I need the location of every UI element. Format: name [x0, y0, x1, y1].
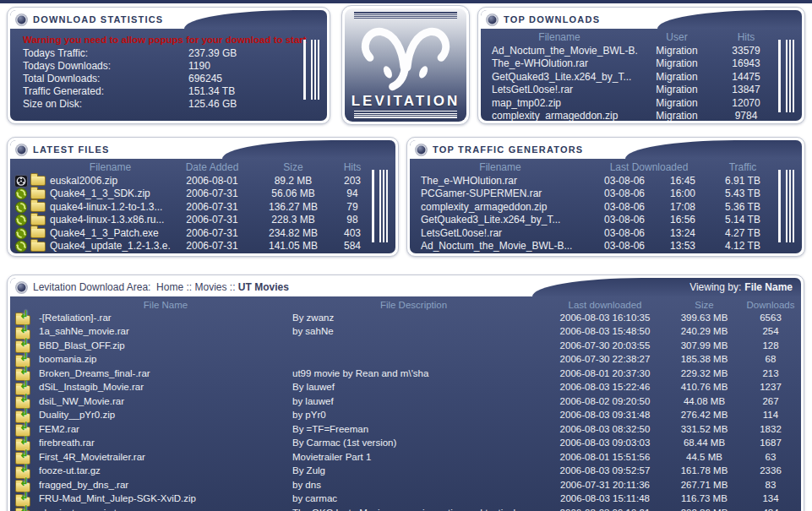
- file-link[interactable]: GetQuaked3_Lite.x264_by_T...: [410, 214, 591, 227]
- file-link[interactable]: The_e-WHOlution.rar: [410, 175, 591, 188]
- file-link[interactable]: First_4R_Movietrailer.rar: [39, 451, 292, 464]
- panel-toggle-button[interactable]: [16, 14, 27, 25]
- viewing-by-value[interactable]: File Name: [744, 281, 793, 293]
- column-header-file-name[interactable]: File Name: [39, 298, 292, 312]
- panel-toggle-button[interactable]: [416, 144, 427, 155]
- user-cell: Migration: [638, 45, 716, 58]
- file-link[interactable]: The_e-WHOlution.rar: [481, 57, 638, 71]
- column-header-file-description[interactable]: File Description: [292, 298, 542, 312]
- file-link[interactable]: dSiL_Instagib_Movie.rar: [39, 381, 292, 394]
- file-link[interactable]: LetsGetL0ose!.rar: [481, 84, 638, 97]
- file-link[interactable]: boomania.zip: [39, 353, 292, 366]
- table-row: fooze-ut.tar.gz By Zulg 2006-08-03 09:52…: [10, 465, 801, 478]
- column-header-last-downloaded: Last Downloaded: [591, 161, 707, 175]
- file-link[interactable]: 1a_sahNe_movie.rar: [39, 325, 292, 338]
- last-downloaded-date-cell: 03-08-06: [591, 227, 658, 241]
- size-cell: 229.32 MB: [668, 367, 740, 380]
- file-link[interactable]: map_tmp02.zip: [481, 97, 638, 111]
- table-row: GetQuaked3_Lite.x264_by_T... Migration 1…: [481, 71, 777, 84]
- download-statistics-header: DOWNLOAD STATISTICS: [10, 10, 327, 29]
- table-row: BBD_Blast_OFF.zip 2006-07-30 20:03:55 30…: [10, 340, 801, 353]
- folder-icon[interactable]: [30, 242, 46, 252]
- breadcrumb-movies[interactable]: Movies: [194, 281, 226, 293]
- folder-icon[interactable]: [30, 202, 46, 212]
- column-header-last-downloaded[interactable]: Last downloaded: [542, 298, 668, 312]
- panel-title: LATEST FILES: [33, 144, 110, 155]
- levitation-logo-panel[interactable]: LEVITATION: [341, 5, 470, 125]
- hits-cell: 79: [333, 201, 372, 215]
- file-link[interactable]: Quake4_1_3_Patch.exe: [50, 227, 171, 241]
- size-cell: 240.29 MB: [668, 325, 740, 338]
- file-link[interactable]: complexity_armageddon.zip: [481, 110, 638, 121]
- file-link[interactable]: Broken_Dreams_final-.rar: [39, 367, 292, 380]
- stat-row: Traffic Generated: 151.34 TB: [10, 85, 297, 98]
- pinstripe-decoration: [354, 12, 457, 19]
- panel-toggle-button[interactable]: [487, 14, 498, 25]
- file-link[interactable]: Quake4_1_3_SDK.zip: [50, 188, 171, 201]
- file-link[interactable]: fooze-ut.tar.gz: [39, 465, 292, 477]
- file-link[interactable]: firebreath.rar: [39, 437, 292, 449]
- table-row: euskal2006.zip 2006-08-01 89.2 MB 203: [10, 175, 372, 188]
- file-link[interactable]: complexity_armageddon.zip: [410, 201, 591, 215]
- file-link[interactable]: -[Retaliation]-.rar: [39, 312, 292, 324]
- folder-icon[interactable]: [30, 189, 46, 199]
- downloads-cell: 134: [740, 492, 801, 505]
- page-top-strip: [0, 0, 812, 3]
- size-cell: 185.38 MB: [668, 353, 740, 366]
- file-link[interactable]: Ad_Noctum_the_Movie_BWL-B...: [410, 240, 591, 253]
- hits-cell: 203: [333, 175, 372, 188]
- last-downloaded-date-cell: 03-08-06: [591, 240, 658, 253]
- file-link[interactable]: gkc_insta_movie.tar.gz: [39, 507, 292, 511]
- swoosh-decoration: [184, 10, 327, 29]
- file-link[interactable]: Quake4_update_1.2-1.3.e...: [50, 240, 171, 253]
- swoosh-decoration: [657, 10, 802, 29]
- downloads-cell: 83: [740, 479, 801, 492]
- file-link[interactable]: fragged_by_dns_.rar: [39, 479, 292, 492]
- column-header-traffic: Traffic: [707, 161, 778, 175]
- column-header-downloads[interactable]: Downloads: [740, 298, 801, 312]
- last-downloaded-date-cell: 03-08-06: [591, 175, 658, 188]
- top-traffic-generators-panel: TOP TRAFFIC GENERATORS Filename Last Dow…: [406, 137, 805, 257]
- file-link[interactable]: quake4-linux-1.3.x86.ru...: [50, 214, 171, 227]
- download-statistics-panel: DOWNLOAD STATISTICS Warning you need to …: [7, 7, 330, 124]
- date-added-cell: 2006-07-31: [171, 240, 253, 253]
- column-header-size[interactable]: Size: [668, 298, 740, 312]
- file-link[interactable]: FEM2.rar: [39, 423, 292, 436]
- traffic-cell: 5.43 TB: [707, 188, 778, 201]
- breadcrumb-current: UT Movies: [238, 281, 289, 293]
- file-link[interactable]: Duality__pYr0.zip: [39, 409, 292, 421]
- table-row: The_e-WHOlution.rar Migration 16943: [481, 57, 777, 71]
- refresh-icon: [14, 240, 28, 253]
- folder-icon[interactable]: [30, 215, 46, 226]
- last-downloaded-cell: 2006-08-03 09:52:57: [542, 465, 668, 477]
- pinstripe-decoration: [303, 40, 319, 100]
- table-row: complexity_armageddon.zip Migration 9784: [481, 110, 777, 121]
- stat-value: 1190: [188, 60, 297, 73]
- file-link[interactable]: euskal2006.zip: [50, 175, 171, 188]
- panel-toggle-button[interactable]: [16, 282, 27, 293]
- stat-row: Todays Downloads: 1190: [10, 60, 297, 73]
- table-row: FEM2.rar By =TF=Freeman 2006-08-03 08:32…: [10, 423, 801, 437]
- panel-toggle-button[interactable]: [16, 144, 27, 155]
- file-link[interactable]: dsiL_NW_Movie.rar: [39, 395, 292, 408]
- table-row: 1a_sahNe_movie.rar by sahNe 2006-08-03 1…: [10, 325, 801, 339]
- last-downloaded-cell: 2006-08-03 09:19:21: [542, 507, 668, 511]
- file-link[interactable]: Ad_Noctum_the_Movie_BWL-B...: [481, 45, 638, 58]
- refresh-icon: [14, 227, 28, 240]
- folder-icon[interactable]: [30, 176, 46, 186]
- pinstripe-decoration: [354, 111, 457, 118]
- file-link[interactable]: LetsGetL0ose!.rar: [410, 227, 591, 241]
- file-link[interactable]: GetQuaked3_Lite.x264_by_T...: [481, 71, 638, 84]
- file-description-cell: The GKC Insta Movie, some nice action an…: [292, 507, 542, 511]
- table-row: Quake4_1_3_SDK.zip 2006-07-31 56.06 MB 9…: [10, 188, 372, 201]
- table-row: -[Retaliation]-.rar By zwanz 2006-08-03 …: [10, 312, 801, 325]
- column-header-user: User: [638, 31, 716, 45]
- column-header-filename: Filename: [50, 161, 171, 175]
- folder-icon[interactable]: [30, 228, 46, 238]
- file-link[interactable]: PCGamer-SUPERMEN.rar: [410, 188, 591, 201]
- file-link[interactable]: FRU-Mad_Mint_Julep-SGK-XviD.zip: [39, 492, 292, 505]
- file-link[interactable]: BBD_Blast_OFF.zip: [39, 340, 292, 352]
- traffic-cell: 5.14 TB: [707, 214, 778, 227]
- file-link[interactable]: quake4-linux-1.2-to-1.3...: [50, 201, 171, 215]
- breadcrumb-home[interactable]: Home: [156, 281, 183, 293]
